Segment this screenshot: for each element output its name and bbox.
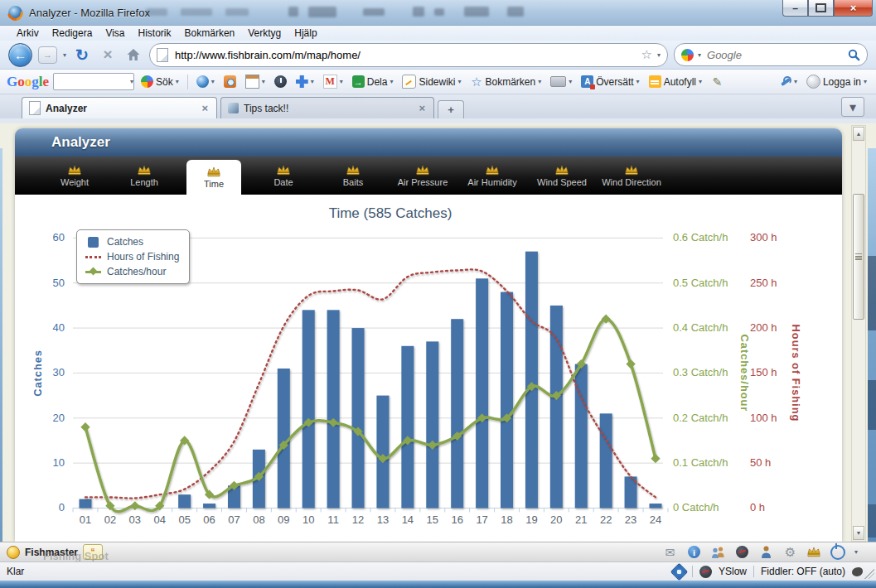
- analyzer-tab-wind-speed[interactable]: Wind Speed: [527, 157, 597, 195]
- legend-item-hours[interactable]: Hours of Fishing: [85, 251, 179, 263]
- legend-item-rate[interactable]: Catches/hour: [85, 266, 179, 277]
- tab-close-icon[interactable]: ×: [200, 102, 210, 114]
- vertical-scrollbar[interactable]: ▲ ▼: [851, 125, 866, 542]
- toolbar-search-button[interactable]: Sök ▾: [138, 74, 181, 89]
- pagerank-button[interactable]: ▾: [194, 74, 217, 89]
- scroll-up-button[interactable]: ▲: [853, 127, 864, 141]
- analyzer-tab-weight[interactable]: Weight: [40, 157, 109, 195]
- layout-button[interactable]: ▾: [243, 73, 268, 90]
- scroll-down-button[interactable]: ▼: [853, 526, 864, 540]
- fishmaster-icon[interactable]: [7, 546, 20, 559]
- dropdown-icon[interactable]: ▾: [538, 78, 541, 85]
- google-search-engine-icon[interactable]: [681, 49, 694, 61]
- snapshot-button[interactable]: [221, 74, 239, 89]
- gmail-button[interactable]: M▾: [321, 73, 346, 90]
- tab-tips-tack[interactable]: Tips tack!! ×: [220, 97, 434, 118]
- resize-grip[interactable]: [864, 569, 874, 579]
- menu-hjalp[interactable]: Hjälp: [288, 27, 323, 39]
- info-icon[interactable]: i: [686, 545, 702, 560]
- sidewiki-button[interactable]: Sidewiki▾: [399, 73, 463, 90]
- back-button[interactable]: ←: [8, 43, 32, 67]
- add-gadget-button[interactable]: ▾: [293, 74, 317, 89]
- analyzer-tab-date[interactable]: Date: [249, 157, 318, 195]
- browser-window: Analyzer - Mozilla Firefox – × Arkiv Red…: [0, 0, 876, 588]
- list-all-tabs-button[interactable]: ▾: [841, 97, 864, 117]
- site-identity-icon[interactable]: [157, 48, 168, 62]
- home-button[interactable]: [123, 45, 143, 65]
- stop-button[interactable]: ×: [98, 45, 118, 65]
- toolbar-search-input[interactable]: [54, 75, 130, 89]
- analyzer-tab-baits[interactable]: Baits: [318, 157, 388, 195]
- signin-button[interactable]: Logga in▾: [804, 73, 869, 90]
- analyzer-tab-air-humidity[interactable]: Air Humidity: [457, 157, 527, 195]
- menu-verktyg[interactable]: Verktyg: [241, 27, 288, 39]
- maximize-button[interactable]: [808, 0, 834, 17]
- new-tab-button[interactable]: +: [438, 100, 464, 118]
- scrollbar-thumb[interactable]: [853, 194, 864, 320]
- dropdown-icon[interactable]: ▾: [864, 78, 867, 85]
- bookmarks-button[interactable]: ☆Bokmärken▾: [468, 74, 544, 89]
- search-input[interactable]: [705, 48, 844, 62]
- analyzer-tab-time[interactable]: Time: [186, 160, 241, 195]
- minimize-button[interactable]: –: [782, 0, 808, 17]
- fly-icon[interactable]: [852, 567, 863, 576]
- dropdown-icon[interactable]: ▾: [262, 78, 265, 85]
- dropdown-icon[interactable]: ▾: [311, 78, 314, 85]
- dropdown-icon[interactable]: ▾: [211, 78, 215, 85]
- history-dropdown-icon[interactable]: ▾: [63, 51, 66, 59]
- tab-close-icon[interactable]: ×: [417, 102, 427, 114]
- search-magnifier-icon[interactable]: [848, 49, 860, 61]
- yslow-label[interactable]: YSlow: [719, 566, 747, 577]
- menu-historik[interactable]: Historik: [132, 27, 178, 39]
- reload-button[interactable]: ↻: [72, 45, 92, 65]
- dropdown-icon[interactable]: ▾: [569, 78, 572, 85]
- menu-bokmarken[interactable]: Bokmärken: [178, 27, 242, 39]
- addon-bar-dropdown-icon[interactable]: ▾: [854, 548, 858, 556]
- user-icon[interactable]: [758, 545, 774, 560]
- url-dropdown-icon[interactable]: ▾: [657, 51, 661, 59]
- history-clock-button[interactable]: [272, 74, 289, 89]
- menu-redigera[interactable]: Redigera: [46, 27, 99, 39]
- svg-text:10: 10: [302, 513, 314, 526]
- autofill-button[interactable]: Autofyll▾: [646, 74, 704, 89]
- legend-item-catches[interactable]: Catches: [85, 236, 179, 248]
- fiddler-status[interactable]: Fiddler: OFF (auto): [761, 566, 845, 577]
- toolbar-search-box[interactable]: ▾: [53, 73, 134, 90]
- chart-area: 00 Catch/h0 h100.1 Catch/h50 h200.2 Catc…: [15, 195, 842, 542]
- menu-visa[interactable]: Visa: [99, 27, 131, 39]
- dropdown-icon[interactable]: ▾: [699, 78, 702, 85]
- analyzer-tab-length[interactable]: Length: [109, 157, 179, 195]
- tab-analyzer[interactable]: Analyzer ×: [22, 97, 217, 118]
- translate-button[interactable]: AÖversätt▾: [578, 74, 641, 89]
- share-button[interactable]: →Dela▾: [350, 74, 396, 89]
- url-bar[interactable]: ☆ ▾: [149, 43, 668, 67]
- power-icon[interactable]: [830, 545, 846, 560]
- yslow-gauge-icon[interactable]: [699, 566, 712, 578]
- dropdown-icon[interactable]: ▾: [390, 78, 393, 85]
- url-input[interactable]: [173, 48, 636, 62]
- highlighter-button[interactable]: ▾: [548, 75, 574, 89]
- bookmark-star-icon[interactable]: ☆: [641, 47, 652, 62]
- gear-icon[interactable]: ⚙: [782, 545, 798, 560]
- menu-arkiv[interactable]: Arkiv: [10, 27, 46, 39]
- search-engine-dropdown-icon[interactable]: ▾: [698, 51, 701, 59]
- dropdown-icon[interactable]: ▾: [794, 78, 797, 85]
- toolbar-settings-button[interactable]: ▾: [777, 74, 800, 89]
- dropdown-icon[interactable]: ▾: [458, 78, 462, 85]
- pen-button[interactable]: ✎: [709, 74, 726, 89]
- mail-icon[interactable]: ✉: [662, 545, 678, 560]
- dropdown-icon[interactable]: ▾: [636, 78, 640, 85]
- analyzer-tab-wind-direction[interactable]: Wind Direction: [597, 157, 666, 195]
- geolocation-icon[interactable]: [670, 562, 688, 580]
- dropdown-icon[interactable]: ▾: [340, 78, 343, 85]
- search-bar[interactable]: ▾: [674, 43, 868, 66]
- forward-button[interactable]: →: [38, 46, 57, 64]
- users-icon[interactable]: [710, 545, 726, 560]
- crown-icon-button[interactable]: [806, 545, 822, 560]
- analyzer-tab-air-pressure[interactable]: Air Pressure: [388, 157, 457, 195]
- toolbar-search-dropdown-icon[interactable]: ▾: [130, 78, 133, 85]
- gauge-icon[interactable]: [734, 545, 750, 560]
- svg-text:Hours of Fishing: Hours of Fishing: [790, 325, 802, 422]
- search-options-dropdown-icon[interactable]: ▾: [176, 78, 179, 85]
- close-window-button[interactable]: ×: [834, 0, 873, 17]
